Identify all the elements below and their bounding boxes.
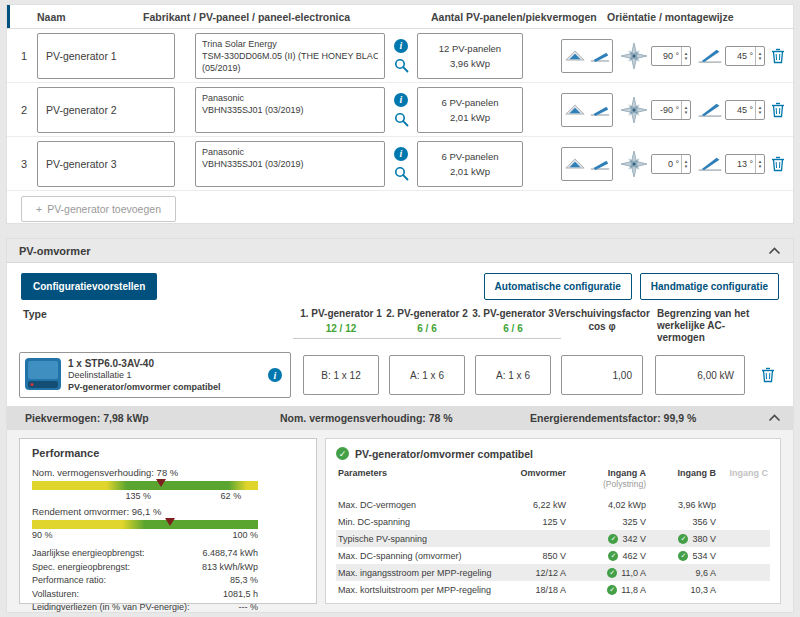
performance-panel: Performance Nom. vermogensverhouding: 78… (19, 438, 317, 604)
free-standing-icon (589, 48, 611, 63)
config-proposals-button[interactable]: Configuratievoorstellen (21, 273, 157, 300)
tilt-panel-icon (697, 47, 723, 64)
generator-name: PV-generator 1 (46, 50, 117, 62)
pv-generators-section: Naam Fabrikant / PV-paneel / paneel-elec… (6, 4, 794, 224)
subinstallation-label: Deelinstallatie 1 (68, 370, 221, 381)
delete-inverter-button[interactable] (761, 367, 775, 383)
panel-count-input[interactable]: 6 PV-panelen 2,01 kWp (417, 87, 523, 133)
pv-module-select[interactable]: Panasonic VBHN335SJ01 (03/2019) (195, 87, 385, 133)
info-icon[interactable]: i (394, 93, 408, 107)
roof-mount-icon (564, 48, 586, 63)
gauge-tick: 135 % (125, 491, 151, 501)
cos-phi-input[interactable]: 1,00 (561, 355, 643, 395)
info-icon[interactable]: i (268, 368, 282, 382)
string-assignment-generator-3[interactable]: A: 1 x 6 (475, 355, 551, 395)
compat-table-header: Parameters Omvormer Ingang A(Polystring)… (336, 468, 770, 494)
azimuth-input[interactable]: 90 ° ▲▼ (651, 46, 691, 66)
ac-limit-input[interactable]: 6,00 kW (655, 355, 745, 395)
tilt-input[interactable]: 45 ° ▲▼ (725, 46, 765, 66)
generator-name-input[interactable]: PV-generator 3 (37, 141, 175, 187)
energy-factor-summary: Energierendementsfactor: 99,9 % (530, 412, 696, 424)
azimuth-input[interactable]: -90 ° ▲▼ (651, 100, 691, 120)
inverter-table-header: Type 1. PV-generator 1 12 / 12 2. PV-gen… (7, 304, 793, 346)
tilt-input[interactable]: 13 ° ▲▼ (725, 154, 765, 174)
panel-count: 12 PV-panelen (439, 43, 501, 54)
plus-icon: + (36, 203, 42, 215)
delete-generator-button[interactable] (771, 156, 785, 172)
spin-down-icon[interactable]: ▼ (684, 110, 688, 115)
generator-row: 1 PV-generator 1 Trina Solar Energy TSM-… (7, 29, 793, 83)
inverter-select[interactable]: 1 x STP6.0-3AV-40 Deelinstallatie 1 PV-g… (19, 352, 291, 398)
check-icon: ✓ (336, 447, 349, 460)
stat-row: Jaarlijkse energieopbrengst:6.488,74 kWh (32, 547, 258, 561)
pv-inverter-section: PV-omvormer Configuratievoorstellen Auto… (6, 238, 794, 613)
search-module-icon[interactable] (394, 112, 409, 127)
check-icon: ✓ (608, 551, 618, 561)
info-icon[interactable]: i (394, 39, 408, 53)
tilt-input[interactable]: 45 ° ▲▼ (725, 100, 765, 120)
spin-down-icon[interactable]: ▼ (684, 56, 688, 61)
spin-down-icon[interactable]: ▼ (684, 164, 688, 169)
panel-count-input[interactable]: 12 PV-panelen 3,96 kWp (417, 33, 523, 79)
pv-module-select[interactable]: Panasonic VBHN335SJ01 (03/2019) (195, 141, 385, 187)
module-type: VBHN335SJ01 (03/2019) (202, 158, 378, 170)
roof-mount-icon (564, 102, 586, 117)
compatibility-panel: ✓ PV-generator/omvormer compatibel Param… (325, 438, 781, 604)
info-icon[interactable]: i (394, 147, 408, 161)
delete-generator-button[interactable] (771, 102, 785, 118)
spin-down-icon[interactable]: ▼ (758, 110, 762, 115)
section-title: PV-omvormer (19, 245, 91, 257)
generator-name-input[interactable]: PV-generator 2 (37, 87, 175, 133)
check-icon: ✓ (607, 568, 617, 578)
free-standing-icon (589, 156, 611, 171)
compat-row: Min. DC-spanning 125 V ✓325 V ✓356 V (336, 513, 770, 530)
compat-row: Max. DC-spanning (omvormer) 850 V ✓462 V… (336, 547, 770, 564)
gauge-label-power-ratio: Nom. vermogensverhouding: 78 % (32, 467, 304, 478)
string-assignment-generator-2[interactable]: A: 1 x 6 (389, 355, 465, 395)
generator-name-input[interactable]: PV-generator 1 (37, 33, 175, 79)
check-icon: ✓ (608, 534, 618, 544)
compatibility-table: Parameters Omvormer Ingang A(Polystring)… (336, 468, 770, 598)
gauge-label-inverter-efficiency: Rendement omvormer: 96,1 % (32, 506, 304, 517)
module-manufacturer: Trina Solar Energy (202, 38, 378, 50)
power-ratio-summary: Nom. vermogensverhouding: 78 % (280, 412, 530, 424)
performance-title: Performance (32, 447, 304, 459)
collapse-section-button[interactable] (768, 247, 781, 255)
spin-down-icon[interactable]: ▼ (758, 56, 762, 61)
inverter-toolbar: Configuratievoorstellen Automatische con… (21, 273, 779, 300)
compat-row: Typische PV-spanning ✓342 V ✓380 V (336, 530, 770, 547)
mounting-type-select[interactable] (561, 39, 613, 73)
compass-icon (619, 150, 649, 178)
add-generator-button[interactable]: + PV-generator toevoegen (21, 196, 176, 222)
tilt-value: 45 ° (726, 105, 755, 115)
col-header-manufacturer: Fabrikant / PV-paneel / paneel-electroni… (143, 11, 350, 23)
auto-config-button[interactable]: Automatische configuratie (484, 273, 632, 300)
gauge-tick: 90 % (32, 530, 53, 540)
search-module-icon[interactable] (394, 58, 409, 73)
compass-icon (619, 42, 649, 70)
assigned-count: 6 / 6 (379, 323, 475, 339)
collapse-results-button[interactable] (768, 414, 781, 422)
gauge-marker (165, 518, 175, 526)
azimuth-input[interactable]: 0 ° ▲▼ (651, 154, 691, 174)
check-icon: ✓ (607, 585, 617, 595)
search-module-icon[interactable] (394, 166, 409, 181)
stat-row: Leidingverliezen (in % van PV-energie):-… (32, 601, 258, 615)
pv-module-select[interactable]: Trina Solar Energy TSM-330DD06M.05 (II) … (195, 33, 385, 79)
peak-power: 3,96 kWp (450, 58, 490, 69)
panel-count-input[interactable]: 6 PV-panelen 2,01 kWp (417, 141, 523, 187)
module-manufacturer: Panasonic (202, 146, 378, 158)
inverter-image (24, 357, 62, 393)
spin-down-icon[interactable]: ▼ (758, 164, 762, 169)
tilt-value: 45 ° (726, 51, 755, 61)
string-assignment-generator-1[interactable]: B: 1 x 12 (303, 355, 379, 395)
results-detail-area: Performance Nom. vermogensverhouding: 78… (7, 430, 793, 612)
col-header-type: Type (23, 308, 47, 320)
manual-config-button[interactable]: Handmatige configuratie (640, 273, 779, 300)
mounting-type-select[interactable] (561, 147, 613, 181)
stat-row: Vollasturen:1081,5 h (32, 588, 258, 602)
mounting-type-select[interactable] (561, 93, 613, 127)
check-icon: ✓ (678, 534, 688, 544)
delete-generator-button[interactable] (771, 48, 785, 64)
generator-name: PV-generator 2 (46, 104, 117, 116)
